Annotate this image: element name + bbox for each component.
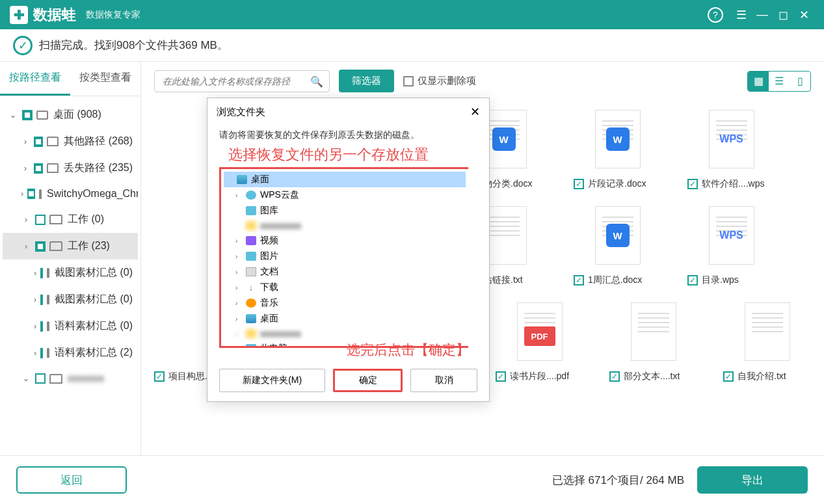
search-icon[interactable]: 🔍 <box>310 75 323 88</box>
chevron-icon[interactable]: › <box>21 189 23 198</box>
browser-item[interactable]: ›图片 <box>224 248 466 264</box>
minimize-icon[interactable]: — <box>752 5 773 25</box>
ok-button[interactable]: 确定 <box>333 369 403 392</box>
folder-tree: ⌄桌面 (908)›其他路径 (268)›丢失路径 (235)›SwitchyO… <box>0 96 140 396</box>
chevron-icon[interactable]: › <box>34 349 36 358</box>
checkbox-icon[interactable] <box>40 295 43 305</box>
file-name: 片段记录.docx <box>588 178 646 190</box>
file-checkbox-icon[interactable]: ✓ <box>574 179 584 189</box>
maximize-icon[interactable]: ◻ <box>773 5 793 25</box>
filter-button[interactable]: 筛选器 <box>339 70 394 92</box>
sidebar: 按路径查看 按类型查看 ⌄桌面 (908)›其他路径 (268)›丢失路径 (2… <box>0 62 141 455</box>
tab-by-path[interactable]: 按路径查看 <box>0 62 70 96</box>
file-card[interactable]: ✓部分文本....txt <box>609 299 697 382</box>
new-folder-button[interactable]: 新建文件夹(M) <box>219 369 325 392</box>
tree-item[interactable]: ⌄xxxxxxx <box>3 366 138 391</box>
chevron-icon: › <box>235 237 242 245</box>
chevron-icon: › <box>235 253 242 260</box>
close-icon[interactable]: ✕ <box>793 5 814 25</box>
file-checkbox-icon[interactable]: ✓ <box>687 275 698 285</box>
file-checkbox-icon[interactable]: ✓ <box>687 179 698 189</box>
pic-icon <box>246 206 256 215</box>
browser-item[interactable]: ›↓下载 <box>224 280 466 295</box>
checkbox-icon[interactable] <box>40 348 43 358</box>
export-button[interactable]: 导出 <box>697 466 808 494</box>
app-logo-icon: ✚ <box>10 6 28 24</box>
tree-item[interactable]: ›丢失路径 (235) <box>3 155 138 181</box>
app-subtitle: 数据恢复专家 <box>86 9 140 21</box>
file-checkbox-icon[interactable]: ✓ <box>609 371 620 382</box>
tree-item-label: 工作 (0) <box>68 213 104 226</box>
tree-item-label: 截图素材汇总 (0) <box>55 293 133 306</box>
menu-icon[interactable]: ☰ <box>731 5 752 25</box>
file-checkbox-icon[interactable]: ✓ <box>154 371 165 382</box>
help-icon[interactable]: ? <box>708 7 723 23</box>
browser-item[interactable]: ›视频 <box>224 233 466 248</box>
file-card[interactable]: ✓自我介绍.txt <box>723 299 811 382</box>
browser-item[interactable]: ›桌面 <box>224 311 466 326</box>
tree-item-label: 语料素材汇总 (2) <box>55 346 133 360</box>
cancel-button[interactable]: 取消 <box>410 369 477 392</box>
view-list-icon[interactable]: ☰ <box>769 72 790 91</box>
file-checkbox-icon[interactable]: ✓ <box>723 371 734 382</box>
chevron-icon[interactable]: › <box>21 137 30 146</box>
chevron-icon[interactable]: ⌄ <box>21 374 31 383</box>
tree-item-label: 语料素材汇总 (0) <box>55 319 133 333</box>
checkbox-icon[interactable] <box>34 163 43 174</box>
browser-item[interactable]: ›xxxxxxxxx <box>224 326 466 341</box>
view-grid-icon[interactable]: ▦ <box>748 72 769 91</box>
checkbox-icon[interactable] <box>35 373 46 384</box>
checkbox-icon[interactable] <box>34 137 43 147</box>
checkbox-icon[interactable] <box>40 321 43 332</box>
tree-item[interactable]: ⌄桌面 (908) <box>3 101 138 128</box>
folder-icon <box>47 348 49 358</box>
file-card[interactable]: W✓1周汇总.docx <box>574 203 661 286</box>
tree-item[interactable]: ›语料素材汇总 (0) <box>3 313 138 339</box>
dialog-close-icon[interactable]: ✕ <box>470 105 480 119</box>
tree-item[interactable]: ›截图素材汇总 (0) <box>3 259 138 286</box>
checkbox-icon[interactable] <box>35 215 46 225</box>
checkbox-icon[interactable] <box>22 110 33 120</box>
browser-item[interactable]: xxxxxxxxx <box>224 219 466 233</box>
chevron-icon[interactable]: ⌄ <box>8 111 18 120</box>
chevron-icon[interactable]: › <box>21 164 30 173</box>
show-deleted-checkbox[interactable]: 仅显示删除项 <box>403 75 476 87</box>
cloud-icon <box>246 191 256 200</box>
folder-browser[interactable]: 桌面›WPS云盘图库xxxxxxxxx›视频›图片›文档›↓下载›音乐›桌面›x… <box>219 167 468 348</box>
chevron-icon: › <box>235 315 242 323</box>
browser-item[interactable]: ›文档 <box>224 264 466 280</box>
browser-item[interactable]: ›音乐 <box>224 295 466 311</box>
search-input[interactable] <box>154 70 330 92</box>
pc-icon <box>246 344 256 348</box>
annotation-select-location: 选择恢复文件的另一个存放位置 <box>219 145 477 165</box>
chevron-icon[interactable]: › <box>34 269 36 278</box>
file-checkbox-icon[interactable]: ✓ <box>574 275 584 285</box>
checkbox-icon[interactable] <box>35 241 46 252</box>
file-card[interactable]: W✓片段记录.docx <box>574 107 661 190</box>
tree-item[interactable]: ›工作 (23) <box>3 233 138 259</box>
back-button[interactable]: 返回 <box>16 466 127 494</box>
chevron-icon[interactable]: › <box>21 242 31 251</box>
checkbox-icon[interactable] <box>27 189 35 199</box>
tab-by-type[interactable]: 按类型查看 <box>70 62 140 96</box>
tree-item[interactable]: ›截图素材汇总 (0) <box>3 286 138 313</box>
browser-item[interactable]: ›WPS云盘 <box>224 187 466 203</box>
tree-item[interactable]: ›其他路径 (268) <box>3 128 138 155</box>
folder-icon <box>39 189 42 199</box>
browser-item[interactable]: 图库 <box>224 203 466 219</box>
titlebar: ✚ 数据蛙 数据恢复专家 ? ☰ — ◻ ✕ <box>0 0 824 29</box>
tree-item[interactable]: ›SwitchyOmega_Chromium <box>3 181 138 206</box>
chevron-icon[interactable]: › <box>21 215 31 224</box>
chevron-icon[interactable]: › <box>34 295 36 304</box>
tree-item[interactable]: ›工作 (0) <box>3 206 138 233</box>
browser-item[interactable]: 桌面 <box>224 172 466 187</box>
view-detail-icon[interactable]: ▯ <box>790 72 810 91</box>
checkbox-icon[interactable] <box>40 268 43 278</box>
file-card[interactable]: WPS✓目录.wps <box>687 203 775 286</box>
file-checkbox-icon[interactable]: ✓ <box>496 371 506 382</box>
browser-item-label: 桌面 <box>260 313 278 325</box>
chevron-icon[interactable]: › <box>34 322 36 331</box>
file-card[interactable]: WPS✓软件介绍....wps <box>687 107 775 190</box>
tree-item[interactable]: ›语料素材汇总 (2) <box>3 339 138 366</box>
file-card[interactable]: PDF✓读书片段....pdf <box>496 299 583 382</box>
